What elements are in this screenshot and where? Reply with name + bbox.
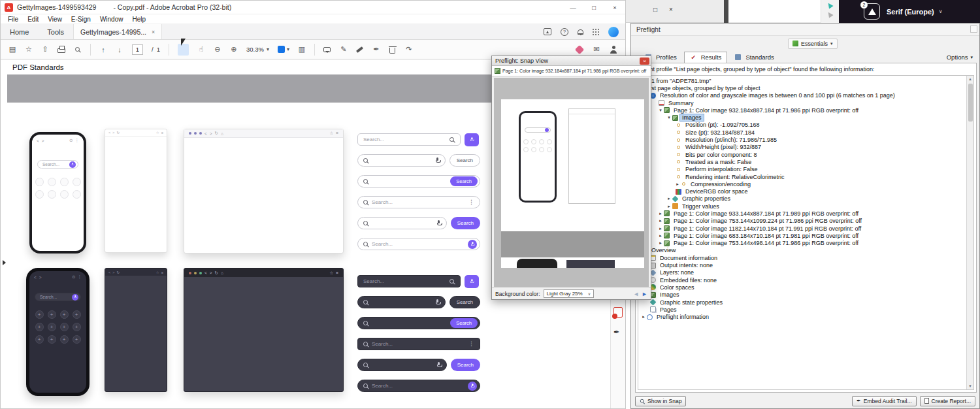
share-icon[interactable] (41, 45, 49, 54)
zoom-out-icon[interactable] (214, 45, 221, 54)
tree-item[interactable]: Page 1: Color image 933.144x887.184 pt 7… (638, 210, 966, 217)
highlight-icon[interactable] (356, 48, 364, 51)
tree-item[interactable]: Embedded files: none (638, 276, 966, 284)
expand-arrow-icon[interactable] (658, 226, 663, 231)
tree-item[interactable]: Rendering intent: RelativeColorimetric (638, 173, 966, 180)
tree-item[interactable]: Page 1: Color image 932.184x887.184 pt 7… (638, 106, 966, 114)
tree-item[interactable]: Size (pt): 932.184/887.184 (638, 129, 966, 136)
scroll-down-icon[interactable]: ▼ (968, 383, 972, 389)
next-page-icon[interactable] (116, 46, 123, 54)
tree-item[interactable]: Graphic properties (638, 195, 966, 203)
page-number-input[interactable]: 1 (132, 44, 143, 55)
comment-icon[interactable] (323, 47, 331, 52)
zoom-in-icon[interactable] (230, 45, 238, 54)
tab-document[interactable]: GettyImages-14995... (73, 24, 162, 39)
tree-item[interactable]: Resolution (pt/inch): 71.986/71.985 (638, 136, 966, 143)
minimize-button[interactable] (563, 1, 583, 14)
tree-item[interactable]: Layers: none (638, 269, 966, 276)
tree-item[interactable]: Position (pt): -1.092/705.168 (638, 122, 966, 129)
menu-item[interactable]: View (43, 16, 67, 23)
previous-match-icon[interactable] (633, 291, 639, 297)
tree-item[interactable]: Preflight information (638, 314, 966, 321)
expand-arrow-icon[interactable] (666, 115, 672, 120)
panel-expander-arrow[interactable] (3, 260, 6, 265)
expand-arrow-icon[interactable] (641, 314, 646, 319)
tree-item[interactable]: Trigger values (638, 203, 966, 210)
select-tool-icon[interactable] (178, 44, 189, 56)
star-icon[interactable] (25, 45, 33, 54)
essentials-dropdown[interactable]: Essentials (788, 39, 838, 49)
save-icon[interactable] (8, 45, 16, 54)
eraser-tool-icon[interactable] (576, 46, 583, 53)
fill-sign-icon[interactable] (372, 45, 380, 54)
tree-item[interactable]: Page 1: Color image 1182.144x710.184 pt … (638, 225, 966, 232)
menu-item[interactable]: File (3, 16, 23, 23)
scroll-up-icon[interactable]: ▲ (968, 76, 972, 82)
fill-sign-tool-icon[interactable] (613, 328, 619, 336)
close-button[interactable] (970, 25, 977, 33)
tree-item[interactable]: Compression/encoding (638, 180, 966, 188)
expand-arrow-icon[interactable] (658, 233, 663, 238)
tree-item[interactable]: Bits per color component: 8 (638, 151, 966, 158)
find-icon[interactable] (74, 47, 82, 52)
tab-close-icon[interactable] (152, 29, 155, 35)
previous-page-icon[interactable] (99, 46, 107, 54)
notifications-bell-icon[interactable] (578, 29, 583, 35)
page-display-icon[interactable] (298, 45, 306, 54)
tree-item[interactable]: st page objects, grouped by type of obje… (638, 84, 966, 91)
tree-item[interactable]: Images (638, 291, 966, 299)
restore-button[interactable] (653, 6, 657, 13)
print-icon[interactable] (57, 48, 65, 53)
tree-scrollbar[interactable]: ▲ ▼ (966, 76, 973, 389)
tree-item[interactable]: Resolution of color and grayscale images… (638, 92, 966, 99)
serif-account-label[interactable]: Serif (Europe) (887, 8, 934, 16)
next-match-icon[interactable] (642, 291, 647, 297)
help-icon[interactable] (561, 28, 568, 36)
edit-icon[interactable] (340, 45, 348, 54)
tab-tools[interactable]: Tools (38, 28, 73, 36)
acrobat-titlebar[interactable]: GettyImages-1499593429 - Copy.pdf - Adob… (1, 1, 625, 14)
tree-item[interactable]: Images (638, 114, 966, 121)
tree-item[interactable]: Overview (638, 247, 966, 254)
zoom-fit-dropdown[interactable] (278, 46, 289, 53)
background-color-dropdown[interactable]: Light Gray 25% (544, 289, 595, 298)
tree-item[interactable]: 1 from "ADPE781.tmp" (638, 77, 966, 84)
expand-arrow-icon[interactable] (675, 182, 680, 187)
tree-item[interactable]: Page 1: Color image 753.144x498.144 pt 7… (638, 240, 966, 247)
mail-icon[interactable] (593, 45, 600, 54)
tree-item[interactable]: Treated as a mask: False (638, 158, 966, 165)
tree-item[interactable]: Output intents: none (638, 261, 966, 269)
tree-item[interactable]: DeviceRGB color space (638, 188, 966, 195)
show-in-snap-button[interactable]: Show in Snap (635, 396, 686, 406)
tree-item[interactable]: Color spaces (638, 284, 966, 291)
redo-icon[interactable] (405, 45, 413, 54)
tree-item[interactable]: Summary (638, 99, 966, 106)
delete-icon[interactable] (389, 45, 397, 54)
tree-item[interactable]: Page 1: Color image 683.184x710.184 pt 7… (638, 232, 966, 239)
create-report-button[interactable]: Create Report... (920, 396, 975, 406)
scrollbar-thumb[interactable] (968, 84, 973, 122)
tool-cursor-icon[interactable] (826, 10, 833, 18)
embed-audit-trail-button[interactable]: Embed Audit Trail... (852, 396, 916, 406)
expand-arrow-icon[interactable] (658, 218, 663, 223)
menu-item[interactable]: Help (127, 16, 150, 23)
tree-item[interactable]: Pages (638, 306, 966, 313)
share-screen-icon[interactable] (544, 28, 551, 35)
preflight-titlebar[interactable]: Preflight (631, 24, 979, 36)
expand-arrow-icon[interactable] (658, 211, 663, 216)
zoom-level-dropdown[interactable]: 30.3% (246, 46, 269, 53)
tree-item[interactable]: Document information (638, 254, 966, 261)
options-dropdown[interactable]: Options (947, 54, 973, 61)
preflight-tab[interactable]: Results (684, 52, 728, 63)
tree-item[interactable]: Width/Height (pixel): 932/887 (638, 144, 966, 151)
tab-home[interactable]: Home (1, 28, 38, 36)
snap-titlebar[interactable]: Preflight: Snap View (492, 56, 651, 66)
apps-grid-icon[interactable] (593, 29, 594, 30)
menu-item[interactable]: Window (95, 16, 128, 23)
expand-arrow-icon[interactable] (658, 108, 663, 113)
export-pdf-tool-icon[interactable] (613, 307, 623, 318)
maximize-button[interactable] (583, 1, 604, 14)
expand-arrow-icon[interactable] (666, 196, 672, 201)
menu-item[interactable]: E-Sign (67, 16, 95, 23)
tree-item[interactable]: Graphic state properties (638, 299, 966, 306)
